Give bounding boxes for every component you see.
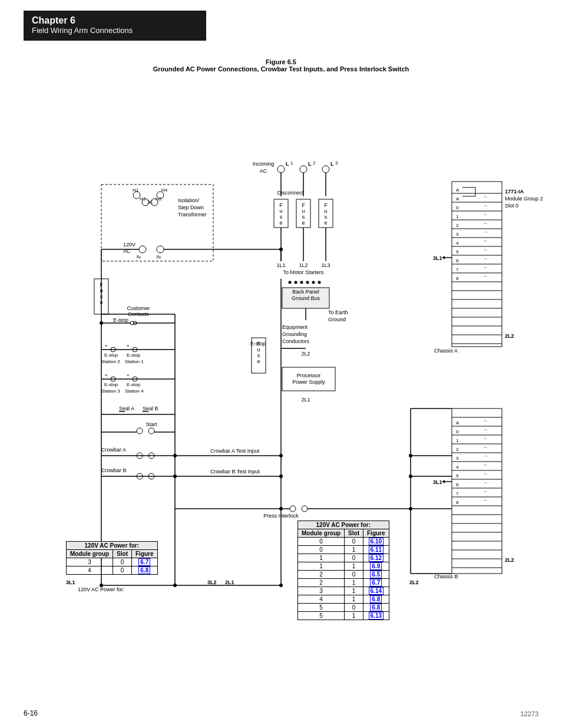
- svg-point-184: [148, 428, 154, 434]
- svg-text:5: 5: [456, 249, 459, 255]
- svg-text:e: e: [100, 299, 103, 305]
- svg-text:Module Group 2: Module Group 2: [505, 196, 543, 202]
- svg-point-268: [409, 507, 412, 510]
- svg-text:Slot 0: Slot 0: [505, 203, 518, 209]
- svg-text:Crowbar B Test Input: Crowbar B Test Input: [210, 469, 260, 475]
- doc-number: 12273: [520, 710, 538, 717]
- svg-text:E-stop: E-stop: [127, 382, 141, 387]
- table-row: 216.7: [298, 579, 389, 587]
- svg-text:3: 3: [456, 456, 459, 461]
- figure-number: Figure 6.5: [0, 58, 562, 65]
- col-figure-right: Figure: [363, 529, 389, 538]
- svg-text:⌒: ⌒: [483, 241, 488, 246]
- table-right-header: 120V AC Power for:: [298, 521, 389, 529]
- svg-text:⌒: ⌒: [483, 276, 488, 281]
- svg-text:AC: AC: [260, 168, 267, 174]
- svg-text:H2: H2: [156, 196, 162, 202]
- svg-text:5: 5: [456, 473, 459, 479]
- svg-text:Station 2: Station 2: [101, 359, 120, 364]
- svg-text:Processor: Processor: [297, 373, 321, 378]
- svg-point-127: [312, 281, 315, 284]
- page-number: 6-16: [24, 709, 38, 717]
- svg-text:0: 0: [456, 429, 459, 434]
- svg-point-267: [409, 475, 412, 478]
- svg-text:Conductors: Conductors: [282, 338, 310, 344]
- svg-text:F: F: [302, 202, 305, 208]
- svg-text:1L2: 1L2: [299, 262, 308, 268]
- svg-text:u: u: [279, 208, 282, 214]
- chapter-subtitle: Field Wiring Arm Connections: [32, 26, 198, 35]
- svg-text:⌒: ⌒: [483, 429, 488, 434]
- svg-text:H4: H4: [161, 187, 168, 193]
- power-table-right: 120V AC Power for: Module group Slot Fig…: [297, 521, 389, 620]
- table-row: 4 0 6.8: [67, 566, 158, 575]
- svg-text:e: e: [257, 358, 260, 364]
- svg-text:⌒: ⌒: [483, 491, 488, 496]
- svg-point-183: [137, 428, 143, 434]
- svg-text:«: «: [127, 343, 130, 348]
- svg-text:A: A: [456, 187, 459, 193]
- svg-point-264: [279, 475, 283, 478]
- svg-text:L: L: [330, 161, 334, 167]
- svg-text:3L1: 3L1: [66, 579, 75, 585]
- svg-point-125: [300, 281, 303, 284]
- svg-text:⌒: ⌒: [483, 420, 488, 426]
- svg-text:Chassis A: Chassis A: [434, 348, 458, 354]
- svg-text:2: 2: [313, 160, 316, 166]
- svg-text:To Motor Starters: To Motor Starters: [283, 269, 324, 275]
- svg-text:L: L: [286, 161, 289, 167]
- svg-text:3: 3: [335, 160, 338, 166]
- svg-text:Station 1: Station 1: [125, 359, 144, 364]
- svg-text:120V AC Power for:: 120V AC Power for:: [78, 587, 124, 592]
- svg-point-5: [300, 166, 307, 173]
- svg-text:1: 1: [456, 214, 459, 219]
- svg-point-126: [306, 281, 309, 284]
- svg-point-123: [289, 281, 292, 284]
- svg-text:Start: Start: [146, 421, 157, 427]
- svg-text:3L1: 3L1: [433, 479, 442, 485]
- col-module-group-left: Module group: [67, 550, 113, 558]
- svg-text:Crowbar A Test Input: Crowbar A Test Input: [210, 448, 259, 454]
- svg-text:Seal B: Seal B: [143, 406, 158, 411]
- svg-text:⌒: ⌒: [483, 223, 488, 228]
- svg-point-265: [279, 507, 283, 510]
- svg-marker-256: [442, 480, 445, 483]
- svg-text:1L1: 1L1: [276, 262, 285, 268]
- svg-text:A: A: [456, 196, 459, 202]
- svg-text:2: 2: [456, 447, 459, 452]
- svg-text:e: e: [279, 220, 282, 226]
- svg-text:s: s: [325, 214, 328, 220]
- svg-text:2L2: 2L2: [301, 351, 310, 357]
- svg-text:E-stop: E-stop: [127, 353, 141, 358]
- col-figure-left: Figure: [132, 550, 158, 558]
- svg-text:u: u: [324, 208, 327, 214]
- diagram-area: .wire { stroke: #000; stroke-width: 1.5;…: [10, 78, 552, 644]
- svg-text:2L2: 2L2: [505, 557, 514, 563]
- svg-text:«: «: [105, 343, 108, 348]
- svg-text:Crowbar B: Crowbar B: [101, 467, 127, 473]
- svg-point-67: [279, 248, 283, 251]
- svg-text:⌒: ⌒: [483, 232, 488, 237]
- svg-text:Press Interlock: Press Interlock: [263, 513, 299, 519]
- svg-point-55: [157, 246, 164, 253]
- svg-text:Back Panel: Back Panel: [292, 289, 319, 295]
- svg-point-53: [139, 246, 146, 253]
- svg-text:s: s: [280, 214, 283, 220]
- svg-point-263: [279, 454, 283, 457]
- svg-point-271: [100, 321, 103, 325]
- svg-text:Disconnect: Disconnect: [277, 190, 304, 196]
- svg-text:Seal A: Seal A: [119, 406, 134, 411]
- svg-text:F: F: [324, 202, 328, 208]
- svg-text:1L3: 1L3: [321, 262, 330, 268]
- svg-text:⌒: ⌒: [483, 205, 488, 210]
- svg-text:120V: 120V: [123, 242, 135, 248]
- svg-point-124: [295, 281, 297, 284]
- svg-text:7: 7: [456, 491, 459, 496]
- svg-point-269: [173, 454, 177, 457]
- figure-title-block: Figure 6.5 Grounded AC Power Connections…: [0, 58, 562, 73]
- svg-text:X₂: X₂: [156, 254, 161, 259]
- table-row: 416.8: [298, 595, 389, 604]
- svg-point-8: [322, 166, 329, 173]
- svg-text:u: u: [257, 347, 260, 353]
- svg-text:H3: H3: [140, 196, 146, 202]
